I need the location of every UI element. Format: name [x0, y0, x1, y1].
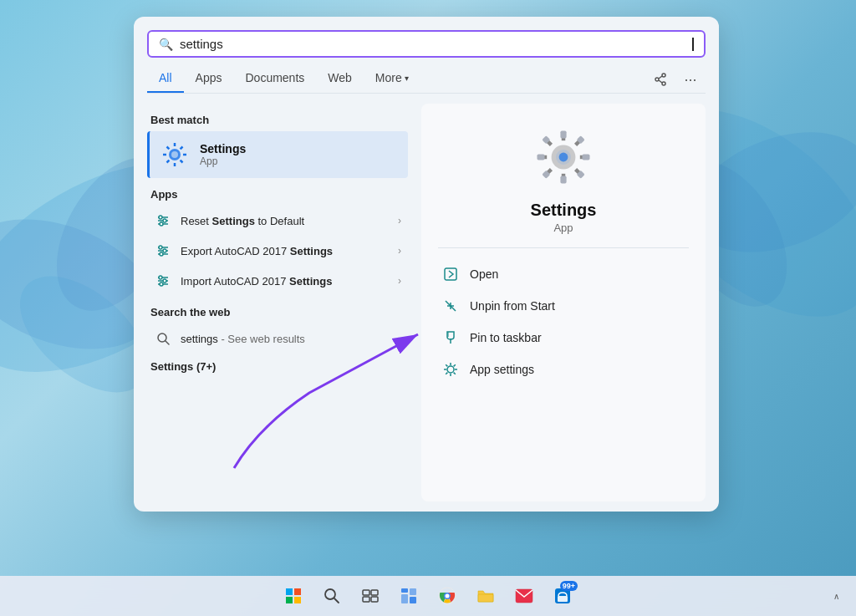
chrome-icon [438, 587, 456, 605]
svg-line-19 [181, 160, 183, 163]
settings-large-icon [530, 124, 597, 191]
file-explorer-icon [476, 588, 495, 604]
web-search-item[interactable]: settings - See web results › [147, 323, 408, 354]
svg-line-10 [659, 76, 662, 79]
taskbar-fileexplorer-button[interactable] [469, 579, 502, 613]
svg-rect-62 [445, 268, 456, 280]
tabs-right-buttons: ··· [649, 68, 706, 91]
svg-rect-89 [410, 588, 416, 595]
left-panel: Best match [147, 104, 415, 512]
chevron-down-icon: ▾ [405, 74, 409, 83]
open-icon [441, 265, 460, 283]
taskbar-start-button[interactable] [277, 579, 310, 613]
svg-line-11 [659, 80, 662, 83]
svg-point-7 [662, 74, 665, 77]
svg-rect-54 [538, 154, 545, 160]
svg-rect-91 [410, 597, 416, 603]
svg-point-37 [159, 276, 162, 279]
svg-point-95 [446, 594, 450, 598]
taskbar-right-area: ∧ [826, 581, 846, 611]
action-pin-taskbar[interactable]: Pin to taskbar [438, 322, 689, 354]
content-area: Best match [147, 94, 706, 512]
svg-point-38 [163, 279, 166, 283]
email-icon [515, 588, 533, 603]
svg-rect-85 [371, 590, 378, 595]
search-web-icon [154, 329, 172, 348]
unpin-icon [441, 297, 460, 315]
taskbar-chevron-button[interactable]: ∧ [826, 581, 846, 611]
best-match-type: App [200, 155, 246, 167]
svg-point-39 [160, 283, 163, 286]
svg-rect-96 [478, 594, 493, 602]
svg-point-13 [171, 151, 178, 158]
svg-rect-55 [583, 154, 590, 160]
taskview-icon [362, 588, 379, 604]
search-input-wrapper[interactable]: 🔍 settings [147, 30, 706, 58]
svg-rect-78 [286, 588, 293, 595]
taskbar-taskview-button[interactable] [354, 579, 387, 613]
svg-point-31 [159, 246, 162, 249]
tab-more[interactable]: More ▾ [364, 66, 420, 93]
chevron-web-icon: › [398, 333, 401, 345]
taskbar: 99+ ∧ [0, 576, 856, 616]
app-item-text-2: Export AutoCAD 2017 Settings [181, 245, 390, 257]
svg-line-76 [446, 373, 447, 374]
svg-point-8 [662, 82, 665, 85]
svg-line-18 [167, 147, 170, 150]
svg-point-33 [160, 252, 163, 256]
web-search-text: settings - See web results [181, 333, 305, 345]
settings-app-icon [160, 140, 190, 170]
svg-line-21 [167, 160, 170, 163]
search-input[interactable]: settings [180, 37, 691, 51]
svg-line-20 [181, 147, 183, 150]
best-match-name: Settings [200, 142, 246, 155]
taskbar-search-button[interactable] [315, 579, 349, 613]
sliders-icon-2 [154, 242, 172, 260]
svg-rect-99 [558, 596, 568, 602]
svg-point-26 [163, 219, 166, 222]
svg-point-25 [159, 216, 162, 219]
app-list-item-import[interactable]: Import AutoCAD 2017 Settings › [147, 266, 408, 296]
best-match-item[interactable]: Settings App [147, 131, 408, 178]
svg-point-32 [163, 249, 166, 252]
action-unpin-start[interactable]: Unpin from Start [438, 290, 689, 322]
svg-rect-90 [401, 594, 408, 603]
tab-web[interactable]: Web [316, 66, 364, 93]
tab-all[interactable]: All [147, 66, 184, 93]
cursor [692, 38, 694, 51]
share-button[interactable] [649, 68, 672, 91]
svg-point-68 [447, 366, 454, 373]
right-panel-title: Settings [438, 201, 689, 220]
svg-rect-52 [560, 131, 566, 139]
chevron-right-icon-3: › [398, 275, 401, 287]
tab-apps[interactable]: Apps [184, 66, 234, 93]
svg-rect-86 [363, 597, 369, 602]
app-list-item-export[interactable]: Export AutoCAD 2017 Settings › [147, 236, 408, 266]
app-item-text-3: Import AutoCAD 2017 Settings [181, 275, 390, 288]
svg-point-9 [655, 78, 659, 81]
svg-point-82 [325, 589, 335, 599]
svg-rect-81 [294, 597, 301, 603]
svg-point-27 [160, 222, 163, 226]
svg-rect-84 [363, 590, 369, 595]
taskbar-store-button[interactable]: 99+ [546, 579, 579, 613]
pin-icon [441, 328, 460, 347]
svg-point-61 [559, 153, 568, 162]
tab-documents[interactable]: Documents [233, 66, 316, 93]
chevron-right-icon-1: › [398, 215, 401, 227]
taskbar-email-button[interactable] [507, 579, 541, 613]
right-panel-subtitle: App [438, 221, 689, 234]
svg-rect-53 [560, 176, 566, 184]
taskbar-widgets-button[interactable] [392, 579, 425, 613]
app-list-item-reset[interactable]: Reset Settings to Default › [147, 206, 408, 236]
svg-line-41 [166, 341, 169, 344]
taskbar-chrome-button[interactable] [431, 579, 464, 613]
svg-line-83 [334, 598, 339, 603]
web-section-title: Search the web [147, 306, 408, 318]
action-open[interactable]: Open [438, 258, 689, 290]
more-options-button[interactable]: ··· [679, 68, 702, 91]
sliders-icon-3 [154, 272, 172, 290]
share-icon [654, 73, 667, 86]
svg-rect-80 [286, 597, 293, 603]
action-app-settings[interactable]: App settings [438, 354, 689, 385]
